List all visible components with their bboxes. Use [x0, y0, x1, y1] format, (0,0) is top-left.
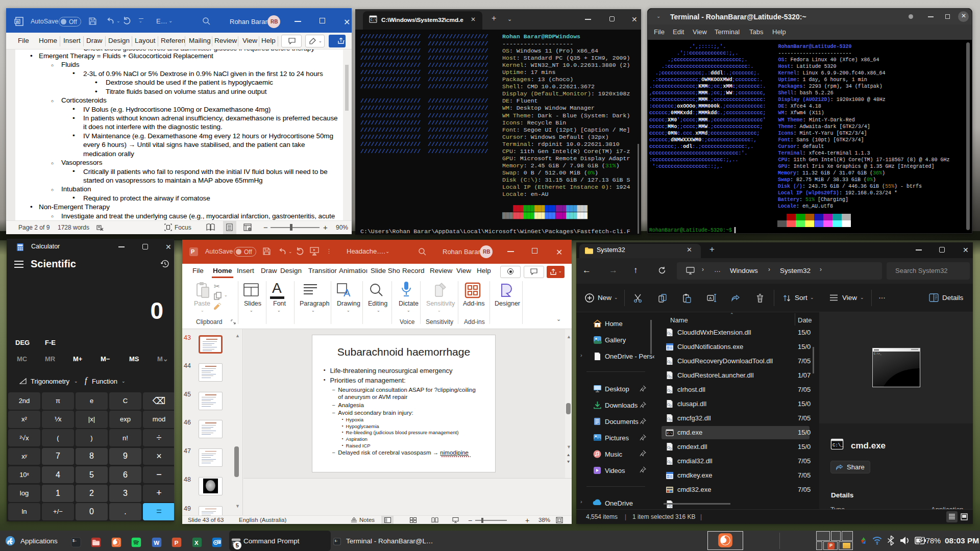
svg-text:C:\: C:\: [371, 18, 377, 22]
svg-text:C:\: C:\: [667, 432, 672, 435]
svg-text:P: P: [175, 540, 179, 546]
svg-text:X: X: [194, 540, 199, 546]
svg-text:A: A: [344, 287, 351, 297]
svg-text:W: W: [16, 20, 19, 23]
svg-text:C:\_: C:\_: [832, 443, 844, 448]
svg-text:A: A: [709, 296, 712, 300]
svg-text:W: W: [154, 540, 159, 546]
svg-text:$-: $-: [72, 539, 77, 543]
svg-text:$-: $-: [335, 539, 338, 543]
